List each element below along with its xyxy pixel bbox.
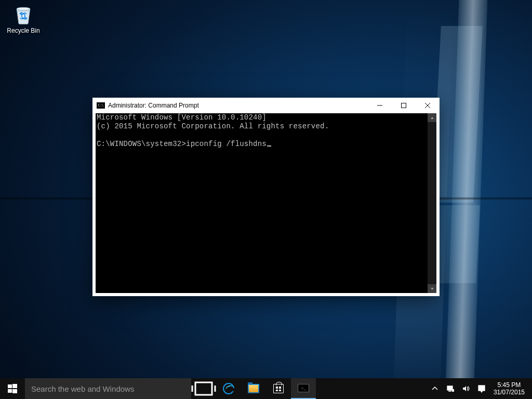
- taskbar-clock[interactable]: 5:45 PM 31/07/2015: [489, 381, 529, 396]
- svg-rect-7: [447, 386, 453, 390]
- recycle-bin-icon: [12, 3, 35, 26]
- minimize-button[interactable]: [368, 98, 392, 113]
- clock-date: 31/07/2015: [494, 389, 525, 396]
- store-icon: [273, 384, 284, 393]
- svg-rect-9: [478, 385, 485, 391]
- svg-rect-4: [8, 389, 12, 393]
- terminal-output: Microsoft Windows [Version 10.0.10240] (…: [97, 113, 428, 149]
- svg-rect-2: [8, 384, 12, 388]
- close-button[interactable]: [416, 98, 440, 113]
- scroll-down-button[interactable]: [428, 284, 436, 293]
- tray-overflow-button[interactable]: [427, 384, 443, 393]
- system-tray: 5:45 PM 31/07/2015: [427, 378, 532, 399]
- cmd-icon: >_: [298, 384, 309, 392]
- scroll-up-button[interactable]: [428, 113, 436, 122]
- cursor-icon: [267, 145, 271, 147]
- titlebar[interactable]: Administrator: Command Prompt: [92, 98, 440, 113]
- taskbar-app-cmd[interactable]: >_: [291, 378, 316, 399]
- svg-rect-6: [195, 382, 212, 395]
- svg-rect-3: [12, 384, 17, 388]
- maximize-button[interactable]: [392, 98, 416, 113]
- tray-volume-button[interactable]: [458, 384, 474, 393]
- windows-icon: [8, 384, 17, 393]
- svg-rect-5: [12, 389, 17, 393]
- search-input[interactable]: [31, 384, 185, 393]
- folder-icon: [248, 384, 259, 393]
- speaker-icon: [462, 384, 470, 393]
- scrollbar[interactable]: [428, 113, 436, 293]
- svg-point-0: [17, 7, 30, 10]
- desktop-icon-recycle-bin[interactable]: Recycle Bin: [4, 3, 43, 34]
- chevron-up-icon: [431, 384, 439, 393]
- search-box[interactable]: [25, 378, 191, 399]
- task-view-button[interactable]: [191, 378, 216, 399]
- task-view-icon: [191, 379, 216, 398]
- taskbar-app-file-explorer[interactable]: [241, 378, 266, 399]
- svg-rect-8: [452, 389, 454, 392]
- notifications-icon: [477, 384, 486, 393]
- svg-rect-1: [402, 103, 406, 108]
- tray-notifications-button[interactable]: [474, 384, 489, 393]
- edge-icon: [223, 383, 234, 394]
- start-button[interactable]: [0, 378, 25, 399]
- terminal-body[interactable]: Microsoft Windows [Version 10.0.10240] (…: [96, 113, 436, 293]
- scroll-track[interactable]: [428, 122, 436, 284]
- cmd-icon: [97, 102, 105, 109]
- tray-network-button[interactable]: [443, 384, 458, 393]
- clock-time: 5:45 PM: [494, 381, 525, 389]
- desktop-icon-label: Recycle Bin: [4, 27, 43, 34]
- taskbar-app-store[interactable]: [266, 378, 291, 399]
- network-icon: [446, 384, 455, 393]
- window-title: Administrator: Command Prompt: [108, 102, 199, 109]
- command-prompt-window[interactable]: Administrator: Command Prompt Microsoft …: [92, 98, 440, 296]
- taskbar: >_ 5:45 PM 31/07/2015: [0, 378, 532, 399]
- taskbar-app-edge[interactable]: [216, 378, 241, 399]
